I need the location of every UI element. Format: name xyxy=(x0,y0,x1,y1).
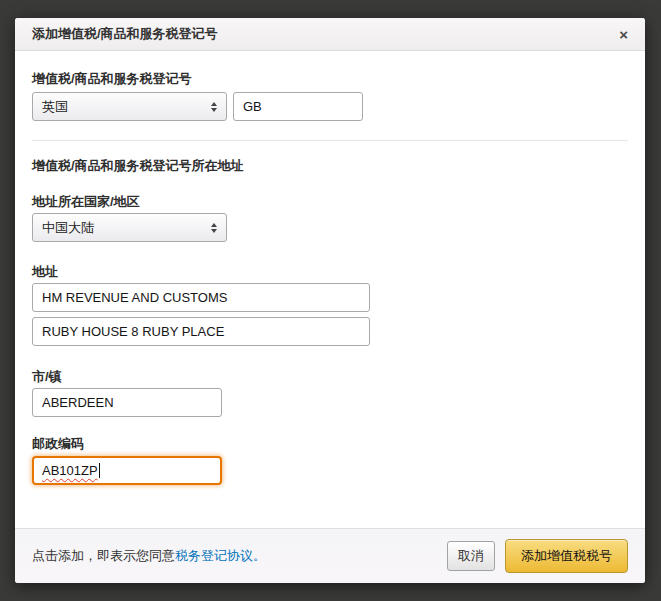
select-stepper-icon xyxy=(211,102,217,112)
vat-number-row: 英国 xyxy=(32,92,628,121)
dialog-header: 添加增值税/商品和服务税登记号 × xyxy=(15,18,645,51)
cancel-button[interactable]: 取消 xyxy=(447,541,495,571)
address-section-heading: 增值税/商品和服务税登记号所在地址 xyxy=(32,158,628,173)
vat-number-input[interactable] xyxy=(233,92,363,121)
dialog-body: 增值税/商品和服务税登记号 英国 增值税/商品和服务税登记号所在地址 地址所在国… xyxy=(15,51,645,528)
postal-code-input[interactable]: AB101ZP xyxy=(32,456,222,485)
agreement-text: 点击添加，即表示您同意税务登记协议。 xyxy=(32,547,266,565)
tax-agreement-link[interactable]: 税务登记协议。 xyxy=(175,548,266,563)
vat-number-section-label: 增值税/商品和服务税登记号 xyxy=(32,71,628,86)
text-cursor-icon xyxy=(99,463,100,478)
dialog-title: 添加增值税/商品和服务税登记号 xyxy=(32,25,218,43)
add-vat-number-dialog: 添加增值税/商品和服务税登记号 × 增值税/商品和服务税登记号 英国 增值税/商… xyxy=(15,18,645,583)
add-vat-number-button[interactable]: 添加增值税税号 xyxy=(505,539,628,573)
select-stepper-icon xyxy=(211,223,217,233)
address-label: 地址 xyxy=(32,264,628,279)
address-country-selected-value: 中国大陆 xyxy=(42,219,94,237)
section-divider xyxy=(32,140,628,141)
vat-country-select[interactable]: 英国 xyxy=(32,92,227,121)
dialog-footer: 点击添加，即表示您同意税务登记协议。 取消 添加增值税税号 xyxy=(15,528,645,583)
postal-code-label: 邮政编码 xyxy=(32,436,628,451)
city-label: 市/镇 xyxy=(32,369,628,384)
close-icon[interactable]: × xyxy=(619,27,628,42)
address-country-select[interactable]: 中国大陆 xyxy=(32,213,227,242)
city-input[interactable] xyxy=(32,388,222,417)
address-line2-input[interactable] xyxy=(32,317,370,346)
postal-code-value: AB101ZP xyxy=(42,463,98,478)
agreement-prefix: 点击添加，即表示您同意 xyxy=(32,548,175,563)
address-line1-input[interactable] xyxy=(32,283,370,312)
vat-country-selected-value: 英国 xyxy=(42,98,68,116)
address-country-label: 地址所在国家/地区 xyxy=(32,194,628,209)
footer-buttons: 取消 添加增值税税号 xyxy=(447,539,628,573)
